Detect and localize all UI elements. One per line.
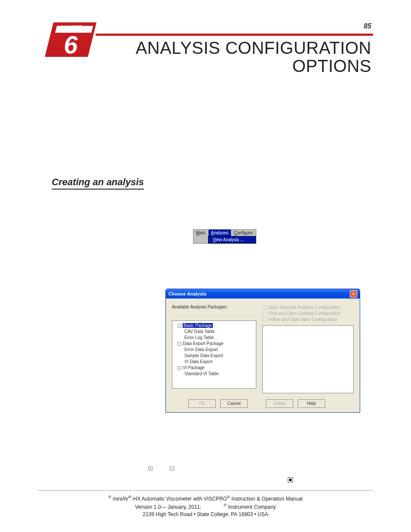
chapter-badge: 6 CHAPTER [45, 21, 101, 59]
tree-leaf[interactable]: Error Log Table [184, 335, 255, 341]
plus-icon: + [148, 467, 153, 471]
menu-view-analysis[interactable]: View Analysis ... [208, 236, 256, 243]
section-heading: Creating an analysis [52, 177, 144, 190]
radio-icon [262, 312, 266, 316]
minus-icon: − [170, 467, 174, 471]
tree-leaf[interactable]: Sample Data Export [184, 353, 255, 359]
available-packages-label: Available Analysis Packages : [172, 305, 256, 309]
radio-label: View and Open Existing Configuration [268, 311, 340, 317]
dialog-title: Choose Analysis [168, 291, 206, 296]
radio-inline-icon [288, 477, 293, 482]
tree-leaf[interactable]: Standard VI Table [184, 371, 255, 377]
tree-leaf[interactable]: Error Data Export [184, 347, 255, 353]
tree-node[interactable]: −Data Export Package [177, 341, 255, 347]
dialog-titlebar[interactable]: Choose Analysis × [166, 289, 360, 299]
menu-analyses[interactable]: Analyses [209, 230, 232, 236]
packages-tree[interactable]: −Basic Package CAV Data Table Error Log … [172, 320, 256, 389]
tree-leaf[interactable]: CAV Data Table [184, 329, 255, 335]
inline-plus-minus-icons: + − [148, 464, 174, 472]
menubar-figure: Main Analyses Configure View Analysis ..… [193, 229, 256, 244]
page-title: ANALYSIS CONFIGURATION OPTIONS [136, 39, 371, 75]
help-button[interactable]: Help [298, 399, 325, 408]
tree-leaf[interactable]: VI Data Export [184, 359, 255, 365]
footer-line-3: 2139 High Tech Road • State College, PA … [0, 511, 411, 518]
radio-open-selected[interactable]: Open Selected Analysis Configuration [262, 305, 354, 311]
title-line-1: ANALYSIS CONFIGURATION [136, 39, 371, 57]
page-number: 85 [364, 22, 371, 30]
tree-node[interactable]: −Basic Package [177, 323, 255, 329]
svg-text:6: 6 [64, 31, 78, 59]
tree-label: Basic Package [183, 323, 213, 328]
menu-configure[interactable]: Configure [231, 230, 255, 236]
menu-main[interactable]: Main [193, 230, 209, 236]
chapter-label: CHAPTER [60, 25, 83, 30]
collapse-icon[interactable]: − [177, 324, 181, 328]
configurations-listbox[interactable] [262, 325, 354, 393]
footer-line-2: Version 1.0— January, 2011;® Instrument … [0, 503, 411, 511]
choose-analysis-dialog: Choose Analysis × Available Analysis Pac… [165, 289, 360, 413]
radio-icon [262, 318, 266, 322]
footer-line-1: ® miniAV®-HX Automatic Viscometer with V… [0, 495, 411, 503]
close-icon[interactable]: × [350, 290, 357, 298]
tree-node[interactable]: −VI Package [177, 365, 255, 371]
menu-sub-pad [193, 236, 208, 243]
title-line-2: OPTIONS [136, 57, 371, 75]
radio-define-new[interactable]: Define and Open New Configuration [262, 317, 354, 323]
collapse-icon[interactable]: − [177, 366, 181, 370]
header-rule [96, 34, 373, 36]
radio-label: Open Selected Analysis Configuration [268, 305, 340, 311]
radio-icon [262, 306, 266, 310]
radio-view-existing[interactable]: View and Open Existing Configuration [262, 311, 354, 317]
radio-label: Define and Open New Configuration [268, 317, 337, 323]
footer: ® miniAV®-HX Automatic Viscometer with V… [0, 495, 411, 518]
ok-button[interactable]: OK [188, 399, 216, 408]
collapse-icon[interactable]: − [177, 342, 181, 346]
delete-button[interactable]: Delete [266, 399, 293, 408]
tree-label: Data Export Package [183, 341, 224, 346]
footer-rule [38, 490, 373, 491]
tree-label: VI Package [183, 365, 205, 370]
cancel-button[interactable]: Cancel [220, 399, 248, 408]
